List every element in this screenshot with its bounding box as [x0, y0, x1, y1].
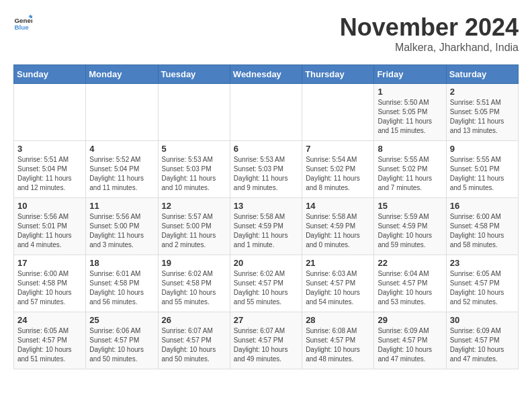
day-info: Sunrise: 5:53 AM Sunset: 5:03 PM Dayligh…	[162, 155, 226, 193]
day-number: 21	[306, 258, 370, 268]
calendar-cell	[302, 84, 374, 141]
calendar-cell: 8Sunrise: 5:55 AM Sunset: 5:02 PM Daylig…	[374, 141, 446, 198]
day-number: 4	[89, 144, 154, 154]
calendar-cell: 25Sunrise: 6:06 AM Sunset: 4:57 PM Dayli…	[86, 312, 158, 369]
day-number: 20	[234, 258, 298, 268]
logo-icon: General Blue	[13, 13, 32, 32]
day-info: Sunrise: 6:09 AM Sunset: 4:57 PM Dayligh…	[450, 326, 515, 364]
day-number: 13	[234, 201, 298, 211]
svg-text:Blue: Blue	[14, 24, 29, 31]
calendar-cell: 17Sunrise: 6:00 AM Sunset: 4:58 PM Dayli…	[14, 255, 86, 312]
day-info: Sunrise: 5:57 AM Sunset: 5:00 PM Dayligh…	[162, 212, 226, 250]
day-number: 1	[378, 87, 442, 97]
day-info: Sunrise: 6:04 AM Sunset: 4:57 PM Dayligh…	[378, 269, 442, 307]
calendar-cell: 30Sunrise: 6:09 AM Sunset: 4:57 PM Dayli…	[446, 312, 518, 369]
calendar-cell: 14Sunrise: 5:58 AM Sunset: 4:59 PM Dayli…	[302, 198, 374, 255]
day-info: Sunrise: 5:59 AM Sunset: 4:59 PM Dayligh…	[378, 212, 442, 250]
day-info: Sunrise: 6:00 AM Sunset: 4:58 PM Dayligh…	[17, 269, 82, 307]
day-info: Sunrise: 6:02 AM Sunset: 4:57 PM Dayligh…	[234, 269, 298, 307]
day-number: 30	[450, 315, 515, 325]
day-info: Sunrise: 6:01 AM Sunset: 4:58 PM Dayligh…	[89, 269, 154, 307]
calendar-cell: 4Sunrise: 5:52 AM Sunset: 5:04 PM Daylig…	[86, 141, 158, 198]
calendar-cell: 13Sunrise: 5:58 AM Sunset: 4:59 PM Dayli…	[230, 198, 302, 255]
calendar-cell: 15Sunrise: 5:59 AM Sunset: 4:59 PM Dayli…	[374, 198, 446, 255]
day-number: 15	[378, 201, 442, 211]
calendar-cell: 24Sunrise: 6:05 AM Sunset: 4:57 PM Dayli…	[14, 312, 86, 369]
day-info: Sunrise: 6:09 AM Sunset: 4:57 PM Dayligh…	[378, 326, 442, 364]
location-title: Malkera, Jharkhand, India	[340, 42, 519, 54]
day-number: 17	[17, 258, 82, 268]
weekday-header-tuesday: Tuesday	[158, 65, 230, 84]
calendar-cell: 12Sunrise: 5:57 AM Sunset: 5:00 PM Dayli…	[158, 198, 230, 255]
calendar-cell: 22Sunrise: 6:04 AM Sunset: 4:57 PM Dayli…	[374, 255, 446, 312]
calendar-cell: 18Sunrise: 6:01 AM Sunset: 4:58 PM Dayli…	[86, 255, 158, 312]
weekday-header-friday: Friday	[374, 65, 446, 84]
day-info: Sunrise: 6:07 AM Sunset: 4:57 PM Dayligh…	[162, 326, 226, 364]
day-number: 5	[162, 144, 226, 154]
day-number: 7	[306, 144, 370, 154]
calendar-cell: 10Sunrise: 5:56 AM Sunset: 5:01 PM Dayli…	[14, 198, 86, 255]
calendar-cell	[158, 84, 230, 141]
day-info: Sunrise: 5:51 AM Sunset: 5:05 PM Dayligh…	[450, 98, 515, 136]
weekday-header-row: SundayMondayTuesdayWednesdayThursdayFrid…	[14, 65, 519, 84]
day-info: Sunrise: 6:05 AM Sunset: 4:57 PM Dayligh…	[17, 326, 82, 364]
calendar-week-4: 17Sunrise: 6:00 AM Sunset: 4:58 PM Dayli…	[14, 255, 519, 312]
page-header: General Blue November 2024 Malkera, Jhar…	[13, 13, 519, 54]
day-number: 10	[17, 201, 82, 211]
day-info: Sunrise: 5:54 AM Sunset: 5:02 PM Dayligh…	[306, 155, 370, 193]
calendar-body: 1Sunrise: 5:50 AM Sunset: 5:05 PM Daylig…	[14, 84, 519, 369]
calendar-week-5: 24Sunrise: 6:05 AM Sunset: 4:57 PM Dayli…	[14, 312, 519, 369]
calendar-cell: 16Sunrise: 6:00 AM Sunset: 4:58 PM Dayli…	[446, 198, 518, 255]
calendar-cell: 28Sunrise: 6:08 AM Sunset: 4:57 PM Dayli…	[302, 312, 374, 369]
calendar-week-1: 1Sunrise: 5:50 AM Sunset: 5:05 PM Daylig…	[14, 84, 519, 141]
day-number: 12	[162, 201, 226, 211]
day-info: Sunrise: 6:08 AM Sunset: 4:57 PM Dayligh…	[306, 326, 370, 364]
calendar-week-3: 10Sunrise: 5:56 AM Sunset: 5:01 PM Dayli…	[14, 198, 519, 255]
day-info: Sunrise: 5:50 AM Sunset: 5:05 PM Dayligh…	[378, 98, 442, 136]
calendar-cell: 2Sunrise: 5:51 AM Sunset: 5:05 PM Daylig…	[446, 84, 518, 141]
calendar-cell: 20Sunrise: 6:02 AM Sunset: 4:57 PM Dayli…	[230, 255, 302, 312]
day-info: Sunrise: 5:51 AM Sunset: 5:04 PM Dayligh…	[17, 155, 82, 193]
calendar-header: SundayMondayTuesdayWednesdayThursdayFrid…	[14, 65, 519, 84]
day-number: 8	[378, 144, 442, 154]
weekday-header-thursday: Thursday	[302, 65, 374, 84]
day-info: Sunrise: 6:05 AM Sunset: 4:57 PM Dayligh…	[450, 269, 515, 307]
calendar-cell: 6Sunrise: 5:53 AM Sunset: 5:03 PM Daylig…	[230, 141, 302, 198]
day-info: Sunrise: 5:56 AM Sunset: 5:00 PM Dayligh…	[89, 212, 154, 250]
calendar-cell	[86, 84, 158, 141]
day-info: Sunrise: 5:53 AM Sunset: 5:03 PM Dayligh…	[234, 155, 298, 193]
day-number: 22	[378, 258, 442, 268]
day-info: Sunrise: 6:03 AM Sunset: 4:57 PM Dayligh…	[306, 269, 370, 307]
title-section: November 2024 Malkera, Jharkhand, India	[340, 13, 519, 54]
day-info: Sunrise: 6:07 AM Sunset: 4:57 PM Dayligh…	[234, 326, 298, 364]
day-info: Sunrise: 6:02 AM Sunset: 4:58 PM Dayligh…	[162, 269, 226, 307]
day-number: 28	[306, 315, 370, 325]
calendar-cell	[230, 84, 302, 141]
calendar-cell: 19Sunrise: 6:02 AM Sunset: 4:58 PM Dayli…	[158, 255, 230, 312]
logo: General Blue	[13, 13, 32, 32]
day-number: 16	[450, 201, 515, 211]
day-number: 3	[17, 144, 82, 154]
day-info: Sunrise: 6:00 AM Sunset: 4:58 PM Dayligh…	[450, 212, 515, 250]
day-info: Sunrise: 5:55 AM Sunset: 5:01 PM Dayligh…	[450, 155, 515, 193]
day-info: Sunrise: 6:06 AM Sunset: 4:57 PM Dayligh…	[89, 326, 154, 364]
day-info: Sunrise: 5:58 AM Sunset: 4:59 PM Dayligh…	[306, 212, 370, 250]
day-number: 24	[17, 315, 82, 325]
calendar-cell: 3Sunrise: 5:51 AM Sunset: 5:04 PM Daylig…	[14, 141, 86, 198]
day-info: Sunrise: 5:56 AM Sunset: 5:01 PM Dayligh…	[17, 212, 82, 250]
day-number: 27	[234, 315, 298, 325]
month-title: November 2024	[340, 13, 519, 42]
calendar-cell: 11Sunrise: 5:56 AM Sunset: 5:00 PM Dayli…	[86, 198, 158, 255]
day-number: 29	[378, 315, 442, 325]
day-number: 18	[89, 258, 154, 268]
weekday-header-wednesday: Wednesday	[230, 65, 302, 84]
calendar-cell: 27Sunrise: 6:07 AM Sunset: 4:57 PM Dayli…	[230, 312, 302, 369]
day-number: 23	[450, 258, 515, 268]
calendar-cell: 23Sunrise: 6:05 AM Sunset: 4:57 PM Dayli…	[446, 255, 518, 312]
calendar-cell: 5Sunrise: 5:53 AM Sunset: 5:03 PM Daylig…	[158, 141, 230, 198]
calendar-week-2: 3Sunrise: 5:51 AM Sunset: 5:04 PM Daylig…	[14, 141, 519, 198]
calendar-cell: 7Sunrise: 5:54 AM Sunset: 5:02 PM Daylig…	[302, 141, 374, 198]
day-info: Sunrise: 5:55 AM Sunset: 5:02 PM Dayligh…	[378, 155, 442, 193]
calendar-cell: 1Sunrise: 5:50 AM Sunset: 5:05 PM Daylig…	[374, 84, 446, 141]
calendar-cell: 29Sunrise: 6:09 AM Sunset: 4:57 PM Dayli…	[374, 312, 446, 369]
